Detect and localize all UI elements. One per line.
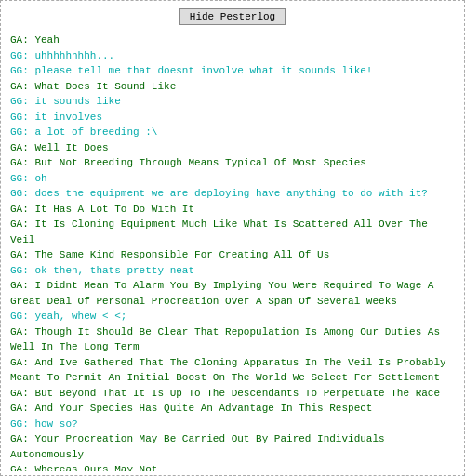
chat-line: GG: does the equipment we are deploying … [10, 186, 455, 202]
chat-line: GA: And Your Species Has Quite An Advant… [10, 401, 455, 416]
main-container: Hide Pesterlog GA: YeahGG: uhhhhhhhhh...… [0, 0, 465, 476]
chat-line: GA: Your Procreation May Be Carried Out … [10, 431, 455, 462]
chat-line: GA: But Beyond That It Is Up To The Desc… [10, 386, 455, 402]
chat-log: GA: YeahGG: uhhhhhhhhh...GG: please tell… [5, 33, 460, 471]
chat-line: GA: But Not Breeding Through Means Typic… [10, 155, 455, 171]
chat-line: GG: it sounds like [10, 94, 455, 110]
chat-line: GA: And Ive Gathered That The Cloning Ap… [10, 355, 455, 386]
chat-line: GA: It Is Cloning Equipment Much Like Wh… [10, 217, 455, 247]
chat-line: GA: Though It Should Be Clear That Repop… [10, 324, 455, 355]
hide-pesterlog-button[interactable]: Hide Pesterlog [179, 8, 286, 25]
chat-line: GG: yeah, whew < <; [10, 309, 455, 324]
chat-line: GG: please tell me that doesnt involve w… [10, 63, 455, 79]
chat-line: GG: ok then, thats pretty neat [10, 263, 455, 279]
chat-line: GG: a lot of breeding :\ [10, 125, 455, 140]
chat-line: GG: how so? [10, 416, 455, 432]
chat-line: GA: Whereas Ours May Not [10, 462, 455, 471]
chat-line: GA: I Didnt Mean To Alarm You By Implyin… [10, 278, 455, 309]
chat-line: GG: uhhhhhhhhh... [10, 48, 455, 64]
chat-line: GA: It Has A Lot To Do With It [10, 202, 455, 218]
chat-line: GA: What Does It Sound Like [10, 79, 455, 95]
chat-line: GG: it involves [10, 110, 455, 126]
chat-line: GA: Well It Does [10, 140, 455, 156]
chat-line: GA: Yeah [10, 33, 455, 48]
chat-line: GA: The Same Kind Responsible For Creati… [10, 247, 455, 263]
chat-line: GG: oh [10, 171, 455, 187]
